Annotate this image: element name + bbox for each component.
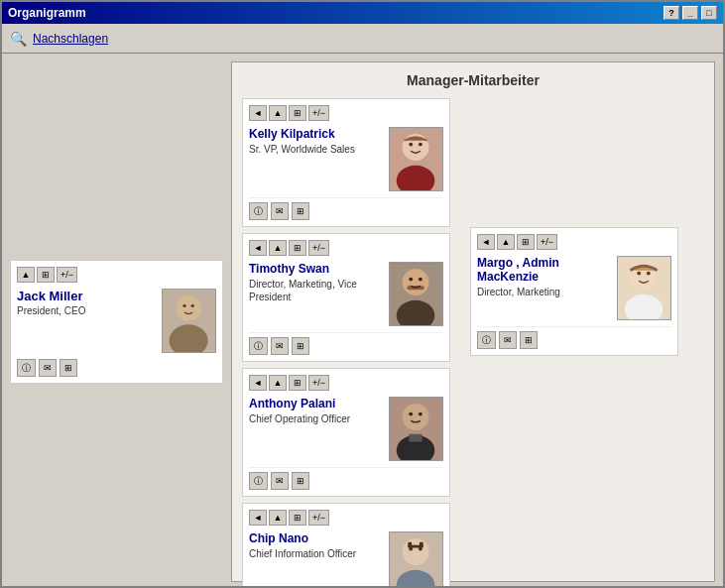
svg-point-3: [182, 304, 185, 307]
anthony-actions: ⓘ ✉ ⊞: [249, 467, 443, 490]
margo-card: ◄ ▲ ⊞ +/− Margo , Admin MacKenzie Direct…: [470, 227, 678, 356]
chip-toggle-btn[interactable]: +/−: [308, 510, 329, 526]
jack-miller-card: ▲ ⊞ +/− Jack Miller President, CEO: [10, 260, 223, 384]
margo-info-btn[interactable]: ⓘ: [477, 331, 496, 349]
chip-toolbar: ◄ ▲ ⊞ +/−: [249, 510, 443, 526]
timothy-info-btn[interactable]: ⓘ: [249, 337, 268, 355]
right-column: ◄ ▲ ⊞ +/− Margo , Admin MacKenzie Direct…: [470, 227, 678, 356]
jack-actions: ⓘ ✉ ⊞: [17, 359, 216, 377]
help-button[interactable]: ?: [664, 6, 679, 20]
kelly-org-btn[interactable]: ⊞: [292, 202, 309, 220]
anthony-info-btn[interactable]: ⓘ: [249, 472, 268, 490]
margo-toggle-btn[interactable]: +/−: [537, 234, 557, 250]
jack-toggle-btn[interactable]: +/−: [57, 267, 77, 283]
jack-photo: [162, 289, 216, 353]
anthony-toolbar: ◄ ▲ ⊞ +/−: [249, 375, 443, 391]
svg-rect-28: [408, 542, 412, 547]
anthony-toggle-btn[interactable]: +/−: [308, 375, 329, 391]
kelly-hierarchy-btn[interactable]: ⊞: [289, 105, 306, 121]
jack-card-toolbar: ▲ ⊞ +/−: [17, 267, 216, 283]
anthony-back-btn[interactable]: ◄: [249, 375, 267, 391]
app-title: Organigramm: [8, 6, 86, 20]
kelly-title: Sr. VP, Worldwide Sales: [249, 143, 383, 156]
jack-content: Jack Miller President, CEO: [17, 289, 216, 353]
svg-point-11: [403, 269, 429, 295]
kelly-toggle-btn[interactable]: +/−: [308, 105, 329, 121]
margo-up-btn[interactable]: ▲: [497, 234, 515, 250]
margo-title: Director, Marketing: [477, 286, 611, 298]
margo-org-btn[interactable]: ⊞: [520, 331, 538, 349]
timothy-up-btn[interactable]: ▲: [269, 240, 287, 256]
jack-info-btn[interactable]: ⓘ: [17, 359, 36, 377]
anthony-hierarchy-btn[interactable]: ⊞: [289, 375, 306, 391]
kelly-text: Kelly Kilpatrick Sr. VP, Worldwide Sales: [249, 127, 383, 156]
kelly-back-btn[interactable]: ◄: [249, 105, 267, 121]
kelly-content: Kelly Kilpatrick Sr. VP, Worldwide Sales: [249, 127, 443, 191]
timothy-actions: ⓘ ✉ ⊞: [249, 332, 443, 355]
kelly-name: Kelly Kilpatrick: [249, 127, 383, 141]
anthony-content: Anthony Palani Chief Operating Officer: [249, 397, 443, 461]
anthony-title: Chief Operating Officer: [249, 412, 383, 425]
jack-org-btn[interactable]: ⊞: [60, 359, 77, 377]
kelly-card: ◄ ▲ ⊞ +/− Kelly Kilpatrick Sr. VP, World…: [242, 98, 450, 227]
margo-photo: [617, 256, 671, 320]
svg-point-13: [409, 278, 413, 282]
chip-up-btn[interactable]: ▲: [269, 510, 287, 526]
svg-point-34: [647, 272, 651, 276]
anthony-org-btn[interactable]: ⊞: [292, 472, 309, 490]
jack-role: President, CEO: [17, 305, 154, 316]
margo-actions: ⓘ ✉ ⊞: [477, 326, 671, 349]
timothy-org-btn[interactable]: ⊞: [292, 337, 309, 355]
anthony-email-btn[interactable]: ✉: [271, 472, 289, 490]
chip-hierarchy-btn[interactable]: ⊞: [289, 510, 306, 526]
margo-content: Margo , Admin MacKenzie Director, Market…: [477, 256, 671, 320]
margo-email-btn[interactable]: ✉: [499, 331, 517, 349]
margo-toolbar: ◄ ▲ ⊞ +/−: [477, 234, 671, 250]
kelly-email-btn[interactable]: ✉: [271, 202, 289, 220]
left-panel: ▲ ⊞ +/− Jack Miller President, CEO: [10, 61, 223, 582]
margo-back-btn[interactable]: ◄: [477, 234, 495, 250]
timothy-text: Timothy Swan Director, Marketing, Vice P…: [249, 262, 383, 303]
kelly-toolbar: ◄ ▲ ⊞ +/−: [249, 105, 443, 121]
jack-hierarchy-btn[interactable]: ⊞: [37, 267, 55, 283]
chip-photo: [389, 531, 443, 588]
kelly-info-btn[interactable]: ⓘ: [249, 202, 268, 220]
timothy-name: Timothy Swan: [249, 262, 383, 276]
anthony-name: Anthony Palani: [249, 397, 383, 411]
toolbar: 🔍 Nachschlagen: [2, 24, 723, 54]
search-label[interactable]: Nachschlagen: [33, 32, 108, 46]
search-icon: 🔍: [10, 31, 27, 47]
timothy-title: Director, Marketing, Vice President: [249, 278, 383, 303]
margo-name: Margo , Admin MacKenzie: [477, 256, 611, 284]
cards-container: ◄ ▲ ⊞ +/− Kelly Kilpatrick Sr. VP, World…: [242, 98, 704, 588]
svg-point-14: [419, 278, 423, 282]
chip-title: Chief Information Officer: [249, 547, 383, 560]
svg-point-33: [637, 272, 641, 276]
svg-rect-29: [420, 542, 423, 547]
jack-name: Jack Miller: [17, 289, 154, 303]
timothy-hierarchy-btn[interactable]: ⊞: [289, 240, 306, 256]
chip-text: Chip Nano Chief Information Officer: [249, 531, 383, 560]
timothy-toggle-btn[interactable]: +/−: [308, 240, 329, 256]
jack-email-btn[interactable]: ✉: [39, 359, 57, 377]
kelly-photo: [389, 127, 443, 191]
timothy-toolbar: ◄ ▲ ⊞ +/−: [249, 240, 443, 256]
panel-title: Manager-Mitarbeiter: [242, 72, 704, 88]
jack-up-btn[interactable]: ▲: [17, 267, 35, 283]
main-cards-column: ◄ ▲ ⊞ +/− Kelly Kilpatrick Sr. VP, World…: [242, 98, 460, 588]
timothy-back-btn[interactable]: ◄: [249, 240, 267, 256]
window-controls: ? _ □: [664, 6, 717, 20]
timothy-photo: [389, 262, 443, 326]
maximize-button[interactable]: □: [701, 6, 717, 20]
chip-back-btn[interactable]: ◄: [249, 510, 267, 526]
margo-text: Margo , Admin MacKenzie Director, Market…: [477, 256, 611, 298]
margo-hierarchy-btn[interactable]: ⊞: [517, 234, 535, 250]
timothy-email-btn[interactable]: ✉: [271, 337, 289, 355]
svg-point-8: [409, 143, 413, 147]
kelly-up-btn[interactable]: ▲: [269, 105, 287, 121]
svg-point-4: [191, 304, 194, 307]
chip-content: Chip Nano Chief Information Officer: [249, 531, 443, 588]
anthony-up-btn[interactable]: ▲: [269, 375, 287, 391]
minimize-button[interactable]: _: [682, 6, 698, 20]
chip-name: Chip Nano: [249, 531, 383, 545]
